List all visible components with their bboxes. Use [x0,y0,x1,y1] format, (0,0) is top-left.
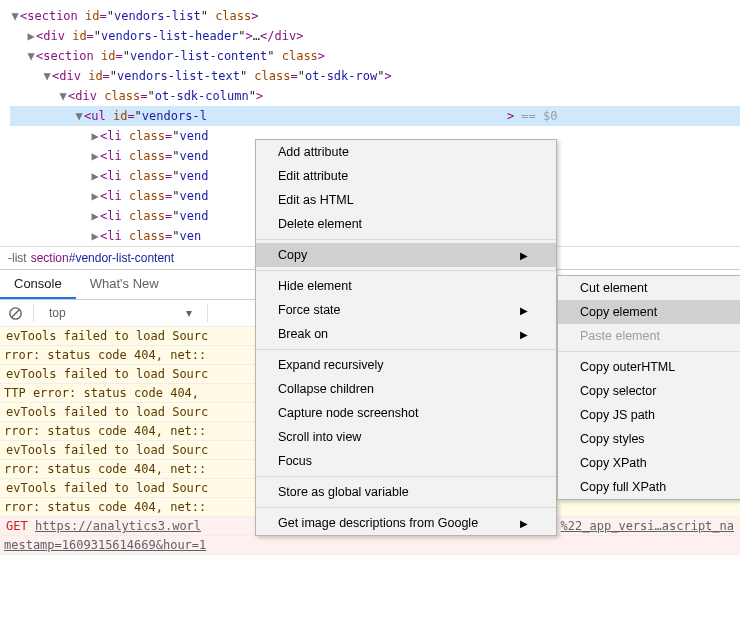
separator [33,304,34,322]
menu-paste-element: Paste element [558,324,740,348]
context-menu[interactable]: Add attribute Edit attribute Edit as HTM… [255,139,557,536]
error-link[interactable]: https://analytics3.worl [35,519,201,533]
breadcrumb-segment[interactable]: -list [8,251,27,265]
submenu-arrow-icon: ▶ [520,305,528,316]
menu-separator [256,476,556,477]
menu-add-attribute[interactable]: Add attribute [256,140,556,164]
disclosure-triangle-icon[interactable]: ▼ [74,106,84,126]
menu-copy[interactable]: Copy▶ [256,243,556,267]
menu-copy-selector[interactable]: Copy selector [558,379,740,403]
disclosure-triangle-icon[interactable]: ▶ [90,226,100,246]
tree-row[interactable]: ▼<section id="vendors-list" class> [10,6,740,26]
tree-row[interactable]: ▼<div class="ot-sdk-column"> [10,86,740,106]
tree-row[interactable]: ▶<div id="vendors-list-header">…</div> [10,26,740,46]
menu-cut-element[interactable]: Cut element [558,276,740,300]
svg-line-1 [12,309,20,317]
tree-row-selected[interactable]: ▼<ul id="vendors-l> == $0 [10,106,740,126]
menu-copy-xpath[interactable]: Copy XPath [558,451,740,475]
menu-separator [256,507,556,508]
disclosure-triangle-icon[interactable]: ▼ [10,6,20,26]
menu-edit-as-html[interactable]: Edit as HTML [256,188,556,212]
menu-copy-element[interactable]: Copy element [558,300,740,324]
submenu-arrow-icon: ▶ [520,518,528,529]
menu-edit-attribute[interactable]: Edit attribute [256,164,556,188]
tab-console[interactable]: Console [0,270,76,299]
disclosure-triangle-icon[interactable]: ▼ [26,46,36,66]
disclosure-triangle-icon[interactable]: ▼ [42,66,52,86]
submenu-arrow-icon: ▶ [520,329,528,340]
disclosure-triangle-icon[interactable]: ▶ [90,126,100,146]
console-error: mestamp=1609315614669&hour=1 [0,536,740,555]
menu-break-on[interactable]: Break on▶ [256,322,556,346]
menu-copy-outerhtml[interactable]: Copy outerHTML [558,355,740,379]
menu-store-global[interactable]: Store as global variable [256,480,556,504]
menu-copy-full-xpath[interactable]: Copy full XPath [558,475,740,499]
menu-separator [256,270,556,271]
disclosure-triangle-icon[interactable]: ▶ [90,166,100,186]
separator [207,304,208,322]
menu-separator [256,349,556,350]
clear-console-icon[interactable] [8,306,23,321]
tree-row[interactable]: ▼<div id="vendors-list-text" class="ot-s… [10,66,740,86]
menu-expand-recursively[interactable]: Expand recursively [256,353,556,377]
context-select[interactable]: top ▾ [44,304,197,322]
menu-copy-styles[interactable]: Copy styles [558,427,740,451]
menu-separator [558,351,740,352]
disclosure-triangle-icon[interactable]: ▶ [90,186,100,206]
menu-copy-js-path[interactable]: Copy JS path [558,403,740,427]
menu-get-image-descriptions[interactable]: Get image descriptions from Google▶ [256,511,556,535]
menu-hide-element[interactable]: Hide element [256,274,556,298]
context-label: top [49,306,66,320]
menu-collapse-children[interactable]: Collapse children [256,377,556,401]
context-submenu-copy[interactable]: Cut element Copy element Paste element C… [557,275,740,500]
menu-capture-screenshot[interactable]: Capture node screenshot [256,401,556,425]
submenu-arrow-icon: ▶ [520,250,528,261]
menu-force-state[interactable]: Force state▶ [256,298,556,322]
menu-separator [256,239,556,240]
menu-delete-element[interactable]: Delete element [256,212,556,236]
disclosure-triangle-icon[interactable]: ▶ [90,206,100,226]
menu-focus[interactable]: Focus [256,449,556,473]
disclosure-triangle-icon[interactable]: ▼ [58,86,68,106]
tab-whats-new[interactable]: What's New [76,270,173,299]
error-link[interactable]: mestamp=1609315614669&hour=1 [4,538,206,552]
chevron-down-icon: ▾ [186,306,192,320]
disclosure-triangle-icon[interactable]: ▶ [90,146,100,166]
breadcrumb-segment[interactable]: section#vendor-list-content [31,251,174,265]
menu-scroll-into-view[interactable]: Scroll into view [256,425,556,449]
tree-row[interactable]: ▼<section id="vendor-list-content" class… [10,46,740,66]
disclosure-triangle-icon[interactable]: ▶ [26,26,36,46]
